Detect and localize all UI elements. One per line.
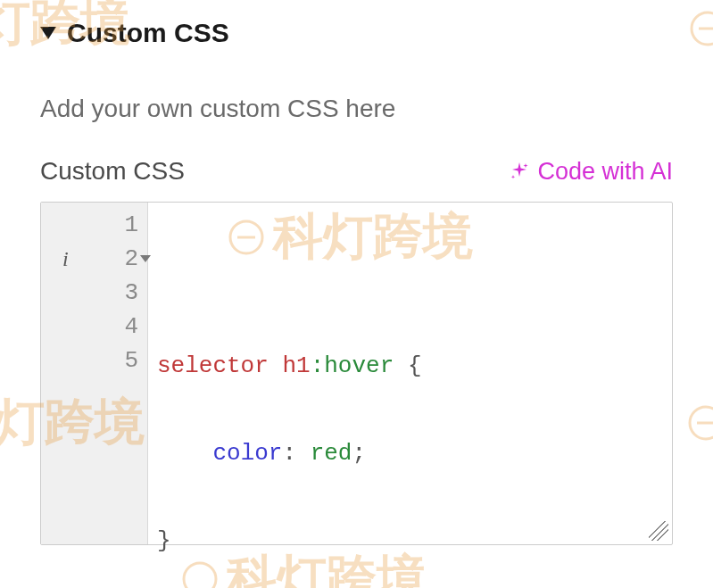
code-area[interactable]: selector h1:hover { color: red; } [148, 203, 672, 544]
info-icon: i [62, 247, 69, 271]
section-title: Custom CSS [67, 18, 229, 48]
code-line: color: red; [157, 436, 672, 470]
section-header[interactable]: Custom CSS [40, 18, 673, 48]
svg-point-0 [692, 12, 713, 45]
collapse-triangle-icon [40, 27, 56, 39]
line-number: 3 [41, 276, 147, 310]
label-row: Custom CSS Code with AI [40, 157, 673, 186]
code-editor[interactable]: 1 i 2 3 4 5 selector h1:hover { color: r… [40, 202, 673, 545]
code-line [157, 261, 672, 295]
line-number: 1 [41, 208, 147, 242]
field-label: Custom CSS [40, 157, 185, 186]
line-number: i 2 [41, 242, 147, 276]
sparkle-icon [509, 161, 530, 182]
line-number: 4 [41, 310, 147, 344]
section-description: Add your own custom CSS here [40, 95, 673, 123]
resize-handle-icon[interactable] [649, 521, 668, 541]
watermark: 科 [684, 389, 713, 457]
code-line: } [157, 524, 672, 558]
code-with-ai-label: Code with AI [537, 158, 673, 186]
code-with-ai-button[interactable]: Code with AI [509, 158, 673, 186]
line-number: 5 [41, 344, 147, 377]
svg-point-2 [690, 407, 713, 439]
code-line: selector h1:hover { [157, 349, 672, 383]
gutter: 1 i 2 3 4 5 [41, 203, 148, 544]
watermark: 科 [686, 0, 713, 62]
